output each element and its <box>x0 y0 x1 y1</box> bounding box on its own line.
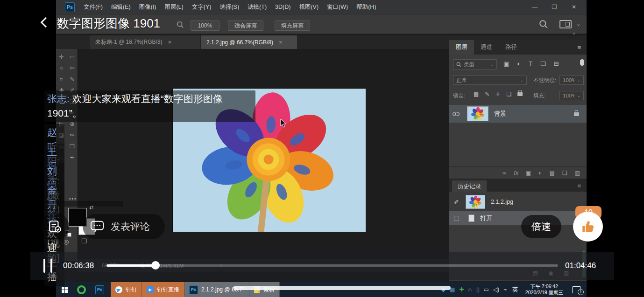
history-checkbox[interactable] <box>454 216 459 221</box>
tab-layers[interactable]: 图层 <box>449 40 474 55</box>
filter-adjustment-icon[interactable]: ◐ <box>517 60 521 67</box>
minimize-button[interactable]: — <box>525 4 545 10</box>
browser-icon[interactable] <box>77 285 86 294</box>
doc-tab-212jpg[interactable]: 2.1.2.jpg @ 66.7%(RGB/8) × <box>201 35 297 49</box>
marquee-tool-icon[interactable]: ▭ <box>70 54 75 60</box>
history-brush-icon[interactable]: ✐ <box>454 199 459 206</box>
live-tasks-button[interactable] <box>41 213 69 241</box>
group-icon[interactable]: ▤ <box>550 170 555 176</box>
chat-username[interactable]: 张志: <box>47 93 70 104</box>
filter-type-label: 类型 <box>464 61 488 68</box>
comment-input[interactable]: 发表评论 <box>83 214 165 239</box>
filter-image-icon[interactable]: ▣ <box>503 60 509 67</box>
close-tab-icon[interactable]: × <box>168 39 172 46</box>
menu-layer[interactable]: 图层(L) <box>160 0 187 14</box>
photoshop-icon: Ps <box>189 285 198 294</box>
visibility-cell[interactable] <box>449 105 463 123</box>
lock-artboard-icon[interactable]: ❏ <box>506 91 511 97</box>
progress-handle[interactable] <box>151 261 160 269</box>
delete-layer-icon[interactable]: ▥ <box>575 170 580 176</box>
eye-icon[interactable] <box>453 111 460 117</box>
lock-label: 锁定: <box>453 92 465 99</box>
like-button[interactable] <box>573 212 603 242</box>
filter-type-icon[interactable]: T <box>529 60 532 67</box>
new-layer-icon[interactable]: ❏ <box>562 170 567 176</box>
thumbs-up-icon <box>580 219 596 235</box>
menu-window[interactable]: 窗口(W) <box>323 0 352 14</box>
close-button[interactable]: ✕ <box>564 4 584 10</box>
progress-track[interactable] <box>106 264 558 267</box>
layer-filter-dropdown[interactable]: 类型 ⌄ <box>453 59 497 69</box>
blend-mode-dropdown[interactable]: 正常 ⌄ <box>453 76 527 85</box>
history-snapshot-row[interactable]: ✐ 2.1.2.jpg <box>449 193 587 210</box>
filter-smartobject-icon[interactable]: ⊟ <box>554 60 559 67</box>
restore-button[interactable]: ❐ <box>545 4 564 10</box>
input-language[interactable]: 英 <box>512 286 518 294</box>
filter-shape-icon[interactable]: ❏ <box>540 60 546 67</box>
move-tool-icon[interactable]: ✛ <box>59 54 64 60</box>
menu-help[interactable]: 帮助(H) <box>352 0 380 14</box>
menu-file[interactable]: 文件(F) <box>79 0 107 14</box>
panel-menu-icon[interactable]: ≡ <box>577 182 581 189</box>
eyedropper-tool-icon[interactable]: ✎ <box>70 76 74 83</box>
start-button[interactable] <box>62 287 68 293</box>
adjustment-layer-icon[interactable]: ◐ <box>538 170 542 176</box>
lock-move-icon[interactable]: ✛ <box>495 91 500 97</box>
layer-row-background[interactable]: 背景 <box>449 105 587 123</box>
layer-locked-icon <box>574 110 579 118</box>
screen-mode-icon[interactable]: ❐ <box>81 238 87 245</box>
doc-tab-untitled[interactable]: 未标题-1 @ 16.7%(RGB/8) × <box>90 35 200 49</box>
playback-speed-button[interactable]: 倍速 <box>521 215 561 238</box>
lock-all-icon[interactable] <box>517 92 523 96</box>
history-step-open[interactable]: 打开 <box>449 211 587 225</box>
layer-mask-icon[interactable]: ▣ <box>526 170 531 176</box>
close-tab-icon[interactable]: × <box>279 39 283 46</box>
lock-paint-icon[interactable]: ✎ <box>485 91 489 97</box>
zoom-tool-icon[interactable]: ✒ <box>70 154 74 161</box>
layer-thumbnail[interactable] <box>467 106 488 121</box>
paperclip-icon[interactable]: ⌁ <box>503 287 507 292</box>
menu-filter[interactable]: 滤镜(T) <box>243 0 271 14</box>
back-button[interactable] <box>41 17 51 28</box>
menu-select[interactable]: 选择(S) <box>215 0 243 14</box>
menu-type[interactable]: 文字(Y) <box>188 0 216 14</box>
text-tool-icon[interactable]: ✑ <box>70 132 74 138</box>
fit-screen-button[interactable]: 适合屏幕 <box>228 21 263 31</box>
opacity-dropdown[interactable]: 100% ⌄ <box>559 76 584 85</box>
filter-toggle-icon[interactable] <box>580 59 584 66</box>
actual-size-button[interactable]: 100% <box>191 21 219 31</box>
menu-edit[interactable]: 编辑(E) <box>107 0 135 14</box>
photoshop-taskbar-icon[interactable]: Ps <box>95 285 104 294</box>
menu-3d[interactable]: 3D(D) <box>271 0 295 14</box>
quickselect-tool-icon[interactable]: ✄ <box>70 65 74 71</box>
search-icon[interactable] <box>539 20 548 31</box>
security-icon[interactable]: ✚ <box>459 287 464 292</box>
clock[interactable]: 下午 7:06:42 2020/2/19 星期三 <box>525 283 563 296</box>
fill-screen-button[interactable]: 填充屏幕 <box>275 21 310 31</box>
crop-tool-icon[interactable]: ⌗ <box>60 76 63 83</box>
speaker-icon[interactable]: ◁) <box>493 287 499 292</box>
tab-channels[interactable]: 通道 <box>474 40 499 55</box>
lock-transparent-icon[interactable]: ▩ <box>474 91 479 97</box>
chevron-down-icon: ⌄ <box>520 78 524 83</box>
pause-button[interactable] <box>43 259 52 273</box>
notification-icon[interactable]: 1 <box>572 286 581 293</box>
workspace-icon[interactable] <box>559 20 572 28</box>
menu-image[interactable]: 图像(I) <box>135 0 161 14</box>
layer-fx-icon[interactable]: fx <box>514 170 518 176</box>
tab-history[interactable]: 历史记录 <box>452 180 487 193</box>
usb-icon[interactable]: ▯ <box>476 287 480 292</box>
chevron-down-icon[interactable]: ⌄ <box>576 21 580 27</box>
device-icon[interactable]: ▭ <box>484 287 489 292</box>
fill-dropdown[interactable]: 100% ⌄ <box>559 91 584 100</box>
panel-menu-icon[interactable]: ≡ <box>577 44 581 51</box>
wifi-icon[interactable]: ∩ <box>468 287 472 292</box>
task-dingtalk-live[interactable]: ▶ 钉钉直播 <box>142 282 184 297</box>
tab-paths[interactable]: 路径 <box>499 40 524 55</box>
shape-tool-icon[interactable]: ❐ <box>70 143 75 150</box>
menu-view[interactable]: 视图(V) <box>295 0 323 14</box>
default-colors-icon[interactable] <box>67 233 71 237</box>
lasso-tool-icon[interactable]: ○ <box>60 65 63 71</box>
task-dingtalk[interactable]: 钉钉 <box>111 282 142 297</box>
link-icon[interactable]: ∞ <box>502 170 507 176</box>
